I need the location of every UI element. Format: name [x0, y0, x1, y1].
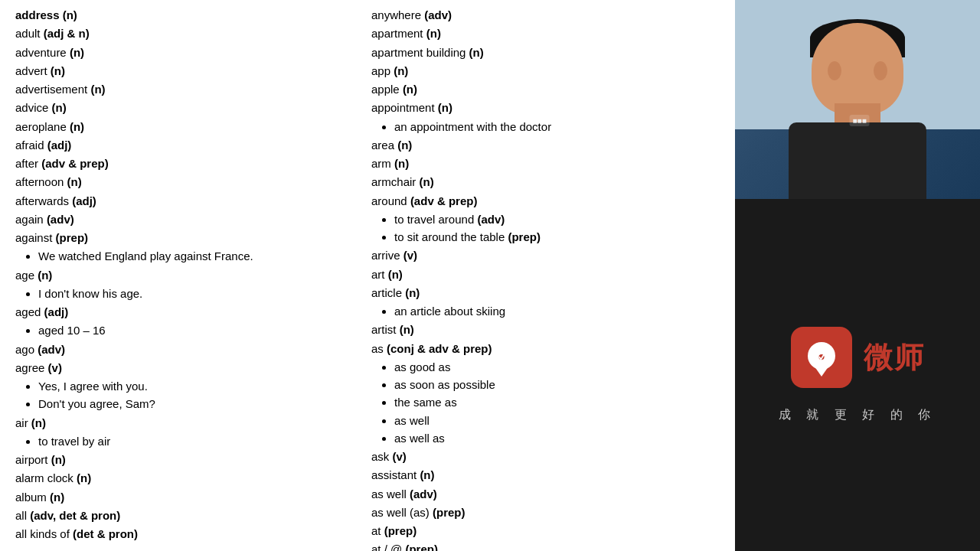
- bullet-aged-1: aged 10 – 16: [38, 321, 364, 339]
- logo-slogan: 成 就 更 好 的 你: [779, 407, 936, 423]
- entry-arm: arm (n): [371, 155, 720, 172]
- entry-afternoon: afternoon (n): [15, 173, 364, 191]
- entry-advertisement: advertisement (n): [15, 80, 364, 98]
- bullet-around-1: to travel around (adv): [394, 210, 720, 228]
- entry-as-well-as: as well (as) (prep): [371, 504, 720, 521]
- entry-assistant: assistant (n): [371, 466, 720, 484]
- bullet-agree-1: Yes, I agree with you.: [38, 377, 364, 395]
- entry-at-email: at / @ (prep): [371, 540, 720, 551]
- entry-as: as (conj & adv & prep): [371, 340, 720, 357]
- bullet-as-4: as well: [394, 412, 720, 429]
- entry-area: area (n): [371, 136, 720, 154]
- bullets-age: I don't know his age.: [15, 285, 364, 302]
- entry-all-kinds-of: all kinds of (det & pron): [15, 525, 364, 543]
- entry-aged: aged (adj): [15, 303, 364, 321]
- entry-against: against (prep): [15, 229, 364, 246]
- entry-apple: apple (n): [371, 80, 720, 98]
- entry-again: again (adv): [15, 210, 364, 228]
- document-panel: address (n) adult (adj & n) adventure (n…: [0, 0, 735, 551]
- bullets-against: We watched England play against France.: [15, 247, 364, 265]
- entry-art: art (n): [371, 266, 720, 283]
- bullet-as-5: as well as: [394, 429, 720, 447]
- bullet-around-2: to sit around the table (prep): [394, 228, 720, 246]
- bullets-around: to travel around (adv) to sit around the…: [371, 210, 720, 246]
- entry-address: address (n): [15, 6, 364, 24]
- person-head: [812, 23, 903, 115]
- entry-album: album (n): [15, 488, 364, 506]
- entry-anywhere: anywhere (adv): [371, 6, 720, 24]
- person-figure: [781, 15, 934, 199]
- logo-container: 微师: [791, 327, 925, 388]
- entry-agree: agree (v): [15, 359, 364, 377]
- entry-after: after (adv & prep): [15, 155, 364, 172]
- person-ear-left: [828, 61, 841, 80]
- entry-armchair: armchair (n): [371, 173, 720, 191]
- entry-alarm-clock: alarm clock (n): [15, 469, 364, 487]
- entry-afraid: afraid (adj): [15, 136, 364, 154]
- entry-airport: airport (n): [15, 451, 364, 468]
- bullets-agree: Yes, I agree with you. Don't you agree, …: [15, 377, 364, 413]
- entry-afterwards: afterwards (adj): [15, 192, 364, 210]
- entry-advice: advice (n): [15, 99, 364, 116]
- person-badge: ■■■: [850, 115, 870, 126]
- entry-ask: ask (v): [371, 448, 720, 465]
- bullets-as: as good as as soon as possible the same …: [371, 358, 720, 447]
- entry-artist: artist (n): [371, 321, 720, 338]
- bullets-article: an article about skiing: [371, 302, 720, 320]
- bullet-article-1: an article about skiing: [394, 302, 720, 320]
- entry-around: around (adv & prep): [371, 192, 720, 210]
- entry-arrive: arrive (v): [371, 246, 720, 264]
- bullet-air-1: to travel by air: [38, 432, 364, 450]
- bullet-against-1: We watched England play against France.: [38, 247, 364, 265]
- bullet-as-3: the same as: [394, 393, 720, 411]
- logo-chinese-text: 微师: [864, 338, 925, 377]
- entry-appointment: appointment (n): [371, 99, 720, 116]
- bullet-appointment-1: an appointment with the doctor: [394, 118, 720, 135]
- bullet-agree-2: Don't you agree, Sam?: [38, 395, 364, 412]
- column-2: anywhere (adv) apartment (n) apartment b…: [371, 6, 720, 551]
- document-content: address (n) adult (adj & n) adventure (n…: [0, 0, 735, 551]
- entry-age: age (n): [15, 266, 364, 284]
- entry-apartment: apartment (n): [371, 24, 720, 42]
- bullets-air: to travel by air: [15, 432, 364, 450]
- entry-aeroplane: aeroplane (n): [15, 118, 364, 135]
- entry-app: app (n): [371, 62, 720, 80]
- entry-article: article (n): [371, 284, 720, 302]
- logo-icon: [791, 327, 852, 388]
- column-1: address (n) adult (adj & n) adventure (n…: [15, 6, 371, 551]
- bullet-age-1: I don't know his age.: [38, 285, 364, 302]
- entry-all: all (adv, det & pron): [15, 507, 364, 524]
- person-ear-right: [874, 61, 887, 80]
- bullet-as-1: as good as: [394, 358, 720, 376]
- bullets-aged: aged 10 – 16: [15, 321, 364, 339]
- entry-adventure: adventure (n): [15, 44, 364, 61]
- logo-area: 微师 成 就 更 好 的 你: [735, 199, 980, 551]
- person-body: [789, 122, 926, 199]
- entry-ago: ago (adv): [15, 341, 364, 358]
- bullets-appointment: an appointment with the doctor: [371, 118, 720, 135]
- entry-advert: advert (n): [15, 62, 364, 80]
- entry-air: air (n): [15, 414, 364, 432]
- logo-v-mark: [814, 354, 829, 363]
- entry-at: at (prep): [371, 522, 720, 540]
- entry-apartment-building: apartment building (n): [371, 44, 720, 61]
- webcam-area: ■■■: [735, 0, 980, 199]
- right-panel: ■■■ 微师: [735, 0, 980, 551]
- entry-adult: adult (adj & n): [15, 24, 364, 42]
- entry-as-well: as well (adv): [371, 485, 720, 503]
- logo-icon-shape: [802, 338, 841, 377]
- bullet-as-2: as soon as possible: [394, 376, 720, 393]
